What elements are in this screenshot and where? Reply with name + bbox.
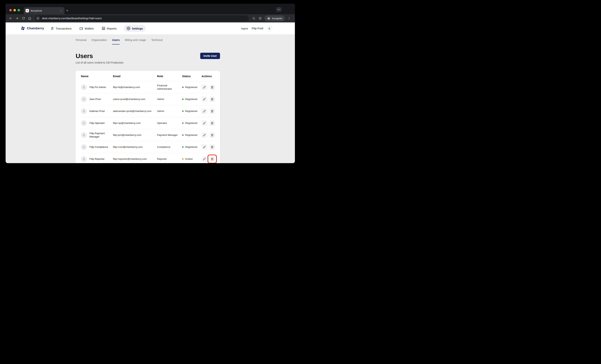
tab-billing-and-usage[interactable]: Billing and Usage (125, 39, 146, 44)
user-name: Zare Prod (90, 98, 101, 101)
main-nav: Transactions Wallets Reports Settings (50, 25, 146, 32)
user-email: zarko+prod@chainberry.com (113, 98, 157, 101)
nav-wallets[interactable]: Wallets (79, 25, 94, 32)
logout-button[interactable]: logout (241, 27, 248, 30)
delete-button[interactable] (209, 132, 215, 138)
browser-tab[interactable]: BerryDesk (24, 7, 64, 14)
minimize-window-button[interactable] (13, 9, 16, 11)
table-header-row: Name Email Role Status Actions (76, 71, 220, 81)
wallet-icon (79, 27, 83, 30)
users-table-card: Name Email Role Status Actions Filip Fin… (76, 71, 220, 163)
reload-button[interactable] (20, 16, 26, 21)
status-dot (182, 158, 184, 160)
user-avatar-icon (81, 132, 87, 138)
status-dot (182, 99, 184, 100)
user-role: Operator (157, 121, 182, 125)
status-label: Registered (185, 121, 199, 125)
tab-technical[interactable]: Technical (151, 39, 162, 44)
zoom-search-icon[interactable] (251, 16, 257, 21)
berry-logo-icon (20, 26, 25, 31)
edit-button[interactable] (201, 108, 207, 114)
col-header-status: Status (182, 75, 201, 78)
user-email: aleksandar+prod@chainberry.com (113, 110, 157, 113)
nav-transactions[interactable]: Transactions (50, 25, 72, 32)
tab-title: BerryDesk (31, 9, 58, 12)
user-avatar-icon (81, 84, 87, 90)
table-row: Filip Fin Admin filip+fa@chainberry.com … (76, 81, 220, 93)
status-label: Registered (185, 145, 199, 149)
col-header-email: Email (113, 75, 157, 78)
gear-icon (127, 27, 130, 30)
user-avatar-icon (81, 156, 87, 162)
user-role: Reporter (157, 157, 182, 161)
user-name: Filip Fin Admin (90, 86, 106, 89)
delete-button[interactable] (209, 144, 215, 150)
address-bar[interactable]: desk.chainberry.com/dashboard/settings?t… (35, 15, 249, 21)
edit-button[interactable] (201, 132, 207, 138)
status-dot (182, 146, 184, 148)
incognito-badge: Incognito (264, 15, 285, 21)
user-avatar-icon (81, 96, 87, 102)
brand-logo[interactable]: Chainberry (20, 26, 44, 31)
user-email: filip+fa@chainberry.com (113, 86, 157, 89)
tab-search-chevron-button[interactable] (276, 7, 281, 12)
forward-button[interactable] (14, 16, 20, 21)
incognito-icon (267, 17, 270, 20)
home-button[interactable] (27, 16, 32, 21)
table-row: Filip Compliance filip+com@chainberry.co… (76, 141, 220, 153)
user-role: Compliance (157, 145, 182, 149)
edit-button[interactable] (201, 156, 207, 162)
site-settings-icon[interactable] (36, 16, 40, 20)
table-row: Filip Reporter filip+reporter@chainberry… (76, 153, 220, 163)
transactions-icon (50, 27, 54, 30)
maximize-window-button[interactable] (18, 9, 20, 11)
edit-button[interactable] (201, 96, 207, 102)
table-row: Filip Payment Manager filip+pm@chainberr… (76, 129, 220, 141)
user-role: Financial Administrator (157, 84, 182, 91)
new-tab-button[interactable] (64, 7, 70, 14)
bookmark-star-icon[interactable] (257, 16, 263, 21)
tab-close-icon[interactable] (59, 9, 63, 12)
user-name: Filip Operator (90, 121, 105, 125)
close-window-button[interactable] (9, 9, 12, 11)
nav-transactions-label: Transactions (56, 27, 71, 30)
user-avatar[interactable]: C (267, 26, 272, 31)
col-header-actions: Actions (201, 75, 215, 78)
user-email: filip+com@chainberry.com (113, 145, 157, 149)
page-title: Users (76, 52, 123, 60)
browser-menu-button[interactable] (286, 16, 292, 21)
status-dot (182, 134, 184, 136)
page-subtitle: List of all users invited to CB Producti… (76, 61, 123, 64)
delete-button[interactable] (209, 120, 215, 126)
nav-wallets-label: Wallets (85, 27, 94, 30)
desktop-background: BerryDesk desk.chainberry.com/dashboard/… (0, 0, 300, 182)
status-label: Invited (185, 157, 194, 161)
settings-tabs: Personal Organization Users Billing and … (76, 39, 220, 44)
nav-reports-label: Reports (107, 27, 117, 30)
nav-reports[interactable]: Reports (101, 25, 118, 32)
user-role: Admin (157, 110, 182, 113)
delete-button[interactable] (209, 84, 215, 90)
status-dot (182, 122, 184, 124)
tab-personal[interactable]: Personal (76, 39, 86, 44)
user-role: Admin (157, 98, 182, 101)
edit-button[interactable] (201, 84, 207, 90)
delete-button[interactable] (209, 108, 215, 114)
tab-organization[interactable]: Organization (91, 39, 107, 44)
delete-button[interactable] (209, 156, 215, 162)
nav-settings[interactable]: Settings (124, 25, 146, 32)
status-label: Registered (185, 98, 199, 101)
tab-users[interactable]: Users (112, 39, 120, 44)
edit-button[interactable] (201, 120, 207, 126)
delete-button[interactable] (209, 96, 215, 102)
invite-user-button[interactable]: Invite User (200, 53, 220, 59)
col-header-role: Role (157, 75, 182, 78)
edit-button[interactable] (201, 144, 207, 150)
table-row: Kaliman Prod aleksandar+prod@chainberry.… (76, 105, 220, 117)
url-text[interactable]: desk.chainberry.com/dashboard/settings?t… (42, 17, 102, 20)
brand-name: Chainberry (27, 27, 44, 30)
status-dot (182, 111, 184, 112)
back-button[interactable] (8, 16, 13, 21)
user-avatar-icon (81, 144, 87, 150)
user-name-label: Filip Prod (252, 27, 263, 30)
